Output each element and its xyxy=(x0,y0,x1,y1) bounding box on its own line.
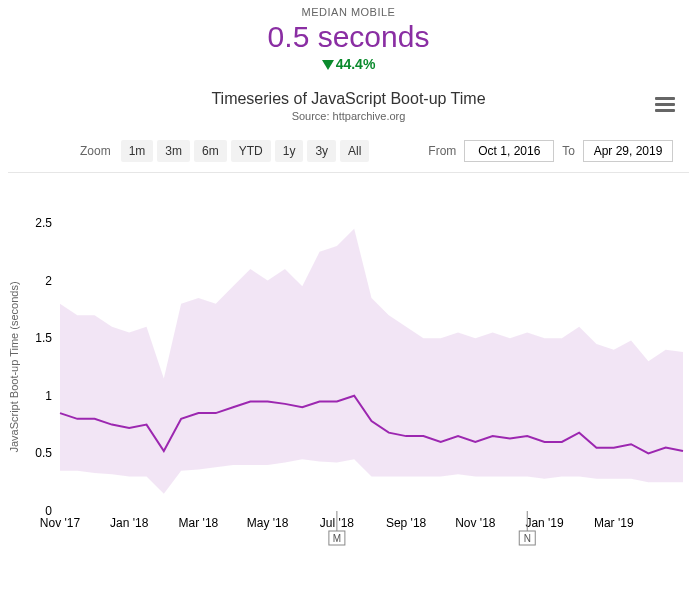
zoom-ytd[interactable]: YTD xyxy=(231,140,271,162)
svg-text:Nov '17: Nov '17 xyxy=(40,516,81,530)
chart-subtitle: Source: httparchive.org xyxy=(0,110,697,122)
svg-text:JavaScript Boot-up Time (secon: JavaScript Boot-up Time (seconds) xyxy=(8,281,20,452)
trend-down-icon xyxy=(322,60,334,70)
svg-text:1: 1 xyxy=(45,389,52,403)
svg-text:Mar '18: Mar '18 xyxy=(179,516,219,530)
svg-text:Mar '19: Mar '19 xyxy=(594,516,634,530)
svg-text:Nov '18: Nov '18 xyxy=(455,516,496,530)
timeseries-plot[interactable]: 00.511.522.5JavaScript Boot-up Time (sec… xyxy=(0,213,697,573)
svg-text:M: M xyxy=(333,533,341,544)
zoom-3m[interactable]: 3m xyxy=(157,140,190,162)
zoom-1y[interactable]: 1y xyxy=(275,140,304,162)
metric-label: MEDIAN MOBILE xyxy=(0,6,697,18)
range-controls: Zoom 1m 3m 6m YTD 1y 3y All From To xyxy=(8,122,689,173)
svg-text:0.5: 0.5 xyxy=(35,446,52,460)
metric-value: 0.5 seconds xyxy=(0,20,697,54)
summary-header: MEDIAN MOBILE 0.5 seconds 44.4% xyxy=(0,0,697,72)
svg-text:1.5: 1.5 xyxy=(35,331,52,345)
svg-text:2: 2 xyxy=(45,274,52,288)
date-group: From To xyxy=(428,140,673,162)
svg-text:N: N xyxy=(524,533,531,544)
metric-change: 44.4% xyxy=(0,56,697,72)
svg-text:Sep '18: Sep '18 xyxy=(386,516,427,530)
zoom-group: Zoom 1m 3m 6m YTD 1y 3y All xyxy=(80,140,369,162)
svg-text:Jan '18: Jan '18 xyxy=(110,516,149,530)
from-label: From xyxy=(428,144,456,158)
svg-text:May '18: May '18 xyxy=(247,516,289,530)
to-input[interactable] xyxy=(583,140,673,162)
zoom-all[interactable]: All xyxy=(340,140,369,162)
chart-menu-button[interactable] xyxy=(653,94,677,116)
zoom-1m[interactable]: 1m xyxy=(121,140,154,162)
chart-header: Timeseries of JavaScript Boot-up Time So… xyxy=(0,90,697,122)
from-input[interactable] xyxy=(464,140,554,162)
svg-text:Jan '19: Jan '19 xyxy=(525,516,564,530)
svg-text:2.5: 2.5 xyxy=(35,216,52,230)
chart-area: 00.511.522.5JavaScript Boot-up Time (sec… xyxy=(0,213,697,573)
chart-title: Timeseries of JavaScript Boot-up Time xyxy=(0,90,697,108)
zoom-3y[interactable]: 3y xyxy=(307,140,336,162)
to-label: To xyxy=(562,144,575,158)
zoom-6m[interactable]: 6m xyxy=(194,140,227,162)
zoom-label: Zoom xyxy=(80,144,111,158)
